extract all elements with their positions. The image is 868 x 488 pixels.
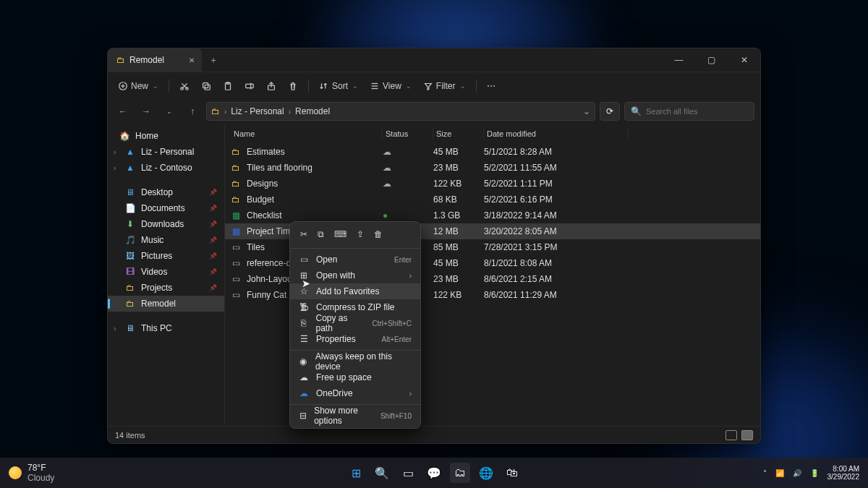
window-tab[interactable]: 🗀 Remodel ✕ <box>108 48 202 72</box>
recent-dropdown[interactable]: ⌄ <box>160 108 179 115</box>
file-explorer-window: 🗀 Remodel ✕ ＋ — ▢ ✕ New⌄ Sort⌄ View⌄ Fil… <box>107 48 761 444</box>
sidebar-item-music[interactable]: 🎵Music📌 <box>108 232 224 248</box>
onedrive-icon: ▲ <box>125 147 135 157</box>
new-button[interactable]: New⌄ <box>114 78 163 94</box>
view-button[interactable]: View⌄ <box>365 78 416 94</box>
pin-icon: 📌 <box>209 189 217 196</box>
minimize-button[interactable]: — <box>663 48 695 72</box>
search-box[interactable]: 🔍 <box>624 102 754 121</box>
file-date: 3/18/2022 9:14 AM <box>484 210 629 221</box>
refresh-button[interactable]: ⟳ <box>600 102 620 121</box>
file-status: ☁ <box>383 179 433 189</box>
ctx-properties[interactable]: ☰PropertiesAlt+Enter <box>290 331 420 347</box>
cut-button[interactable] <box>175 78 194 94</box>
ctx-delete-icon[interactable]: 🗑 <box>374 229 383 239</box>
taskbar-weather[interactable]: 78°F Cloudy <box>0 463 54 483</box>
copy-button[interactable] <box>197 78 216 94</box>
keep-icon: ◉ <box>299 356 308 367</box>
taskbar-edge[interactable]: 🌐 <box>476 463 496 483</box>
col-name[interactable]: Name <box>231 128 383 140</box>
share-button[interactable] <box>262 78 281 94</box>
file-row[interactable]: 🗀Estimates☁45 MB5/1/2021 8:28 AM <box>225 144 760 160</box>
address-bar[interactable]: 🗀 › Liz - Personal › Remodel ⌄ <box>206 102 595 121</box>
volume-icon[interactable]: 🔊 <box>793 469 801 477</box>
wifi-icon[interactable]: 📶 <box>775 469 784 477</box>
file-name: Tiles and flooring <box>247 163 312 173</box>
close-window-button[interactable]: ✕ <box>728 48 760 72</box>
search-input[interactable] <box>646 107 747 116</box>
sidebar-item-videos[interactable]: 🎞Videos📌 <box>108 264 224 280</box>
taskbar-search[interactable]: 🔍 <box>372 463 392 483</box>
file-date: 5/1/2021 8:28 AM <box>484 147 629 157</box>
battery-icon[interactable]: 🔋 <box>810 469 819 477</box>
ctx-free-space[interactable]: ☁Free up space <box>290 369 420 385</box>
sidebar-item-documents[interactable]: 📄Documents📌 <box>108 200 224 216</box>
weather-icon <box>9 466 22 479</box>
delete-button[interactable] <box>284 78 302 94</box>
sidebar-item-this-pc[interactable]: 🖥This PC <box>108 320 224 336</box>
file-icon: ▦ <box>231 210 241 221</box>
tray-chevron-icon[interactable]: ˄ <box>763 469 767 477</box>
file-name: Designs <box>247 179 278 189</box>
rename-button[interactable] <box>240 78 259 94</box>
file-date: 8/6/2021 11:29 AM <box>484 290 629 300</box>
clock-date: 3/29/2022 <box>827 473 860 481</box>
col-size[interactable]: Size <box>433 128 484 140</box>
sidebar-item-desktop[interactable]: 🖥Desktop📌 <box>108 184 224 200</box>
address-row: ← → ⌄ ↑ 🗀 › Liz - Personal › Remodel ⌄ ⟳… <box>108 99 760 124</box>
ctx-rename-icon[interactable]: ⌨ <box>334 229 346 239</box>
col-status[interactable]: Status <box>383 128 433 140</box>
forward-button[interactable]: → <box>137 106 156 116</box>
file-row[interactable]: 🗀Budget68 KB5/2/2021 6:16 PM <box>225 192 760 207</box>
filter-button[interactable]: Filter⌄ <box>419 78 470 94</box>
breadcrumb-seg[interactable]: Remodel <box>295 106 330 116</box>
ctx-copy-icon[interactable]: ⧉ <box>318 229 324 239</box>
file-icon: ▭ <box>231 274 241 284</box>
ctx-share-icon[interactable]: ⇪ <box>357 229 364 239</box>
folder-icon: 🗀 <box>125 299 135 309</box>
maximize-button[interactable]: ▢ <box>695 48 728 72</box>
sidebar-item-downloads[interactable]: ⬇Downloads📌 <box>108 216 224 232</box>
pin-icon: 📌 <box>209 236 217 244</box>
taskbar-store[interactable]: 🛍 <box>502 463 522 483</box>
ctx-cut-icon[interactable]: ✂ <box>300 229 307 239</box>
ctx-copy-path[interactable]: ⎘Copy as pathCtrl+Shift+C <box>290 315 420 331</box>
ctx-show-more[interactable]: ⊟Show more optionsShift+F10 <box>290 408 420 424</box>
file-size: 1.3 GB <box>433 210 484 221</box>
file-date: 5/2/2021 6:16 PM <box>484 194 629 205</box>
sidebar-item-liz-contoso[interactable]: ▲Liz - Contoso <box>108 160 224 176</box>
file-row[interactable]: 🗀Tiles and flooring☁23 MB5/2/2021 11:55 … <box>225 160 760 176</box>
sidebar-item-projects[interactable]: 🗀Projects📌 <box>108 280 224 296</box>
start-button[interactable]: ⊞ <box>346 463 366 483</box>
path-dropdown[interactable]: ⌄ <box>583 106 590 116</box>
more-button[interactable]: ⋯ <box>482 78 500 94</box>
ctx-always-keep[interactable]: ◉Always keep on this device <box>290 354 420 369</box>
back-button[interactable]: ← <box>114 106 132 116</box>
taskbar-clock[interactable]: 8:00 AM 3/29/2022 <box>827 465 860 481</box>
sidebar-item-pictures[interactable]: 🖼Pictures📌 <box>108 248 224 264</box>
file-icon: ▦ <box>231 226 241 236</box>
paste-button[interactable] <box>218 78 237 94</box>
sidebar-item-home[interactable]: 🏠Home <box>108 128 224 144</box>
taskbar-explorer[interactable]: 🗂 <box>450 463 470 483</box>
file-row[interactable]: 🗀Designs☁122 KB5/2/2021 1:11 PM <box>225 176 760 192</box>
breadcrumb-seg[interactable]: Liz - Personal <box>231 106 284 116</box>
pin-icon: 📌 <box>209 205 217 212</box>
ctx-onedrive[interactable]: ☁OneDrive› <box>290 385 420 401</box>
close-tab-icon[interactable]: ✕ <box>189 56 195 64</box>
up-button[interactable]: ↑ <box>183 106 202 116</box>
zip-icon: 🗜 <box>299 302 309 312</box>
thumbnails-view-button[interactable] <box>741 430 753 440</box>
desktop-icon: 🖥 <box>125 187 135 197</box>
sidebar-item-liz-personal[interactable]: ▲Liz - Personal <box>108 144 224 160</box>
more-icon: ⊟ <box>299 411 307 421</box>
sort-button[interactable]: Sort⌄ <box>315 78 362 94</box>
details-view-button[interactable] <box>726 430 737 440</box>
new-tab-button[interactable]: ＋ <box>202 54 225 67</box>
task-view[interactable]: ▭ <box>398 463 418 483</box>
ctx-open[interactable]: ▭OpenEnter <box>290 252 420 267</box>
taskbar-chat[interactable]: 💬 <box>424 463 444 483</box>
col-date[interactable]: Date modified <box>484 128 629 140</box>
sidebar-item-remodel[interactable]: 🗀Remodel <box>108 296 224 312</box>
folder-icon: 🗀 <box>211 106 220 116</box>
